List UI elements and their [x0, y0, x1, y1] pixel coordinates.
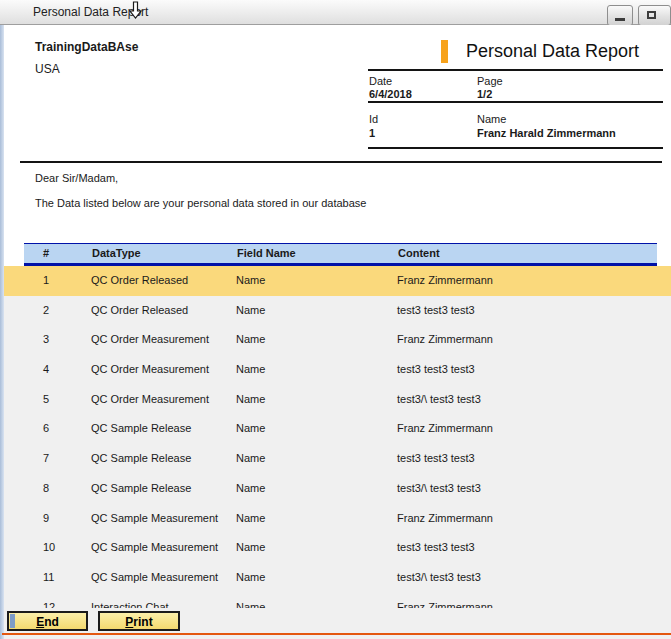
date-label: Date: [369, 75, 392, 87]
id-label: Id: [369, 113, 378, 125]
table-body: 1QC Order ReleasedNameFranz Zimmermann2Q…: [4, 266, 671, 608]
row-num-cell: 1: [43, 266, 49, 296]
table-row[interactable]: 1QC Order ReleasedNameFranz Zimmermann: [4, 266, 671, 296]
table-row[interactable]: 6QC Sample ReleaseNameFranz Zimmermann: [4, 414, 671, 444]
name-label: Name: [477, 113, 506, 125]
end-button-label: E: [36, 615, 44, 629]
column-header-field-name: Field Name: [237, 244, 296, 263]
row-field-cell: Name: [236, 414, 265, 444]
row-field-cell: Name: [236, 504, 265, 534]
column-header-datatype: DataType: [92, 244, 141, 263]
row-num-cell: 5: [43, 385, 49, 415]
row-datatype-cell: QC Order Released: [91, 266, 188, 296]
minimize-icon: [615, 18, 625, 21]
row-datatype-cell: QC Sample Measurement: [91, 563, 218, 593]
report-accent-bar: [441, 40, 448, 63]
row-content-cell: test3/\ test3 test3: [397, 474, 481, 504]
meta-divider-bottom: [368, 147, 663, 149]
row-num-cell: 9: [43, 504, 49, 534]
row-field-cell: Name: [236, 474, 265, 504]
row-field-cell: Name: [236, 385, 265, 415]
bottom-orange-divider: [2, 633, 671, 635]
id-value: 1: [369, 127, 375, 139]
print-button[interactable]: Print: [98, 611, 180, 631]
meta-divider-top: [368, 69, 663, 71]
alternate-select-cursor-icon: [128, 1, 143, 25]
row-num-cell: 12: [43, 593, 55, 608]
row-content-cell: test3/\ test3 test3: [397, 563, 481, 593]
window-titlebar[interactable]: Personal Data Report: [0, 0, 671, 25]
table-row[interactable]: 3QC Order MeasurementNameFranz Zimmerman…: [4, 325, 671, 355]
table-row[interactable]: 4QC Order MeasurementNametest3 test3 tes…: [4, 355, 671, 385]
date-value: 6/4/2018: [369, 88, 412, 100]
table-row[interactable]: 11QC Sample MeasurementNametest3/\ test3…: [4, 563, 671, 593]
row-num-cell: 4: [43, 355, 49, 385]
row-content-cell: test3 test3 test3: [397, 533, 475, 563]
row-datatype-cell: QC Sample Release: [91, 474, 191, 504]
intro-text: The Data listed below are your personal …: [35, 197, 366, 209]
table-row[interactable]: 12Interaction ChatNameFranz Zimmermann: [4, 593, 671, 608]
table-header: # DataType Field Name Content: [24, 243, 657, 266]
row-datatype-cell: Interaction Chat: [91, 593, 169, 608]
row-content-cell: test3 test3 test3: [397, 355, 475, 385]
table-row[interactable]: 7QC Sample ReleaseNametest3 test3 test3: [4, 444, 671, 474]
column-header-num: #: [43, 244, 49, 263]
row-field-cell: Name: [236, 593, 265, 608]
minimize-button[interactable]: [607, 5, 633, 26]
row-field-cell: Name: [236, 533, 265, 563]
row-content-cell: test3 test3 test3: [397, 296, 475, 326]
page-label: Page: [477, 75, 503, 87]
row-field-cell: Name: [236, 325, 265, 355]
maximize-button[interactable]: [638, 5, 671, 26]
row-num-cell: 10: [43, 533, 55, 563]
row-num-cell: 6: [43, 414, 49, 444]
meta-divider-middle: [368, 101, 663, 103]
row-datatype-cell: QC Sample Release: [91, 444, 191, 474]
row-content-cell: test3 test3 test3: [397, 444, 475, 474]
page-value: 1/2: [477, 88, 492, 100]
row-content-cell: Franz Zimmermann: [397, 593, 493, 608]
row-field-cell: Name: [236, 266, 265, 296]
report-company: TrainingDataBAse: [35, 40, 138, 54]
salutation-text: Dear Sir/Madam,: [35, 172, 118, 184]
report-country: USA: [35, 62, 60, 76]
row-field-cell: Name: [236, 355, 265, 385]
row-content-cell: Franz Zimmermann: [397, 504, 493, 534]
row-content-cell: Franz Zimmermann: [397, 414, 493, 444]
end-button-label-rest: nd: [44, 615, 59, 629]
print-button-label-rest: rint: [133, 615, 152, 629]
row-content-cell: test3/\ test3 test3: [397, 385, 481, 415]
row-content-cell: Franz Zimmermann: [397, 325, 493, 355]
row-datatype-cell: QC Order Released: [91, 296, 188, 326]
table-row[interactable]: 2QC Order ReleasedNametest3 test3 test3: [4, 296, 671, 326]
row-content-cell: Franz Zimmermann: [397, 266, 493, 296]
row-datatype-cell: QC Order Measurement: [91, 385, 209, 415]
column-header-content: Content: [398, 244, 440, 263]
table-row[interactable]: 5QC Order MeasurementNametest3/\ test3 t…: [4, 385, 671, 415]
report-title: Personal Data Report: [466, 41, 639, 62]
row-num-cell: 3: [43, 325, 49, 355]
focus-indicator: [10, 614, 15, 628]
table-row[interactable]: 10QC Sample MeasurementNametest3 test3 t…: [4, 533, 671, 563]
row-field-cell: Name: [236, 444, 265, 474]
personal-data-report-window: Personal Data Report TrainingDataBAse US…: [0, 0, 671, 639]
row-num-cell: 2: [43, 296, 49, 326]
maximize-icon: [647, 11, 656, 19]
row-datatype-cell: QC Sample Measurement: [91, 504, 218, 534]
table-row[interactable]: 8QC Sample ReleaseNametest3/\ test3 test…: [4, 474, 671, 504]
row-datatype-cell: QC Order Measurement: [91, 325, 209, 355]
row-num-cell: 8: [43, 474, 49, 504]
row-num-cell: 7: [43, 444, 49, 474]
section-divider: [20, 161, 662, 163]
table-row[interactable]: 9QC Sample MeasurementNameFranz Zimmerma…: [4, 504, 671, 534]
window-frame-left: [0, 25, 4, 639]
row-datatype-cell: QC Sample Release: [91, 414, 191, 444]
name-value: Franz Harald Zimmermann: [477, 127, 616, 139]
end-button[interactable]: End: [7, 611, 88, 631]
row-field-cell: Name: [236, 563, 265, 593]
row-datatype-cell: QC Sample Measurement: [91, 533, 218, 563]
row-num-cell: 11: [43, 563, 54, 593]
row-field-cell: Name: [236, 296, 265, 326]
row-datatype-cell: QC Order Measurement: [91, 355, 209, 385]
